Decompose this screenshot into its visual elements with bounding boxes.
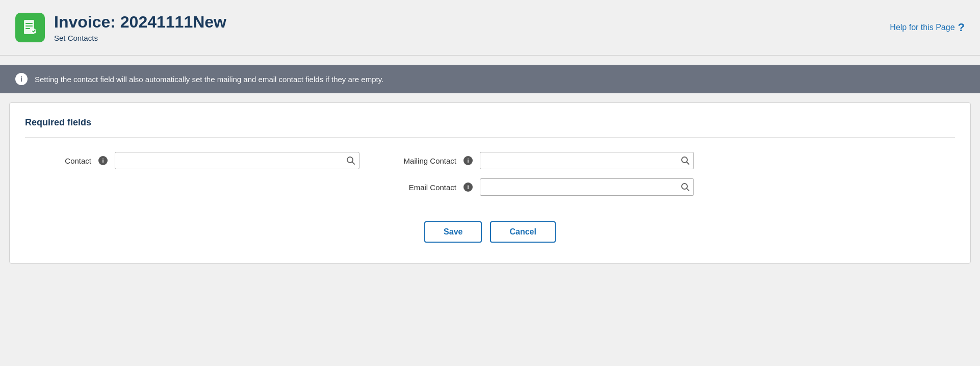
email-contact-label: Email Contact [390, 183, 456, 192]
contact-input[interactable] [115, 152, 359, 169]
page-subtitle: Set Contacts [54, 34, 226, 42]
contact-field-row: Contact i [25, 152, 359, 169]
required-fields-heading: Required fields [25, 117, 955, 138]
contact-input-wrapper [115, 152, 359, 169]
info-icon: i [15, 73, 28, 85]
contact-search-button[interactable] [346, 156, 355, 165]
email-contact-row: Email Contact i [390, 178, 955, 196]
form-grid: Contact i Mailing Contact [25, 152, 955, 196]
email-contact-input[interactable] [480, 178, 694, 196]
page-title: Invoice: 20241111New [54, 13, 226, 32]
email-contact-info-badge[interactable]: i [463, 182, 473, 192]
cancel-button[interactable]: Cancel [490, 221, 555, 243]
right-fields: Mailing Contact i Email Contact [390, 152, 955, 196]
help-link-label: Help for this Page [890, 23, 955, 32]
help-link[interactable]: Help for this Page ? [890, 21, 965, 34]
info-banner: i Setting the contact field will also au… [0, 65, 980, 93]
app-icon [15, 13, 45, 42]
mailing-contact-info-badge[interactable]: i [463, 156, 473, 165]
email-contact-search-button[interactable] [681, 182, 690, 192]
header-text: Invoice: 20241111New Set Contacts [54, 13, 226, 42]
mailing-contact-input[interactable] [480, 152, 694, 169]
svg-line-8 [687, 162, 689, 165]
svg-line-6 [352, 162, 355, 165]
mailing-contact-row: Mailing Contact i [390, 152, 955, 169]
email-contact-input-wrapper [480, 178, 694, 196]
main-content: Required fields Contact i [9, 102, 971, 264]
mailing-contact-search-button[interactable] [681, 156, 690, 165]
action-buttons: Save Cancel [25, 221, 955, 243]
mailing-contact-label: Mailing Contact [390, 156, 456, 165]
info-banner-text: Setting the contact field will also auto… [35, 75, 383, 84]
contact-info-badge[interactable]: i [98, 156, 108, 165]
contact-label: Contact [25, 156, 91, 165]
header-left: Invoice: 20241111New Set Contacts [15, 13, 226, 42]
help-question-icon: ? [958, 21, 965, 34]
page-header: Invoice: 20241111New Set Contacts Help f… [0, 0, 980, 56]
save-button[interactable]: Save [424, 221, 482, 243]
svg-line-10 [687, 189, 689, 191]
mailing-contact-input-wrapper [480, 152, 694, 169]
